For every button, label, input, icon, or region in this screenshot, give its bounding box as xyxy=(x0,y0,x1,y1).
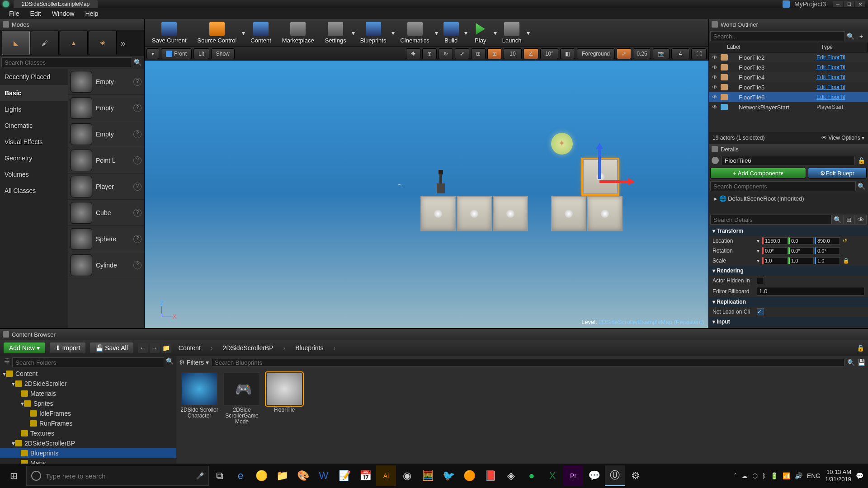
scale-snap-toggle[interactable]: ⤢ xyxy=(617,48,631,59)
maximize-viewport[interactable]: ⛶ xyxy=(691,48,707,59)
play-button[interactable]: Play xyxy=(467,20,494,46)
outliner-row[interactable]: 👁FloorTile3Edit FloorTil xyxy=(709,62,868,72)
asset-item[interactable]: 2DSide Scroller Character xyxy=(180,372,219,427)
placer-item[interactable]: Empty? xyxy=(68,121,144,147)
blueprints-button[interactable]: Blueprints xyxy=(355,20,392,46)
info-icon[interactable]: ? xyxy=(133,235,142,243)
minimize-button[interactable]: ─ xyxy=(833,1,843,7)
dropdown-icon[interactable]: ▾ xyxy=(242,29,245,37)
calculator-icon[interactable]: 🧮 xyxy=(418,465,438,486)
sun-actor[interactable] xyxy=(551,133,573,155)
wifi-icon[interactable]: 📶 xyxy=(783,472,790,479)
actor-type[interactable]: Edit FloorTil xyxy=(816,84,866,90)
outliner-row[interactable]: 👁FloorTile4Edit FloorTil xyxy=(709,72,868,82)
angle-snap-toggle[interactable]: ∠ xyxy=(524,48,538,59)
save-icon[interactable]: 💾 xyxy=(858,359,865,366)
filters-button[interactable]: ⚙ Filters ▾ xyxy=(179,359,209,366)
add-icon[interactable]: + xyxy=(856,31,867,41)
search-assets-input[interactable] xyxy=(212,359,844,366)
save-all-button[interactable]: 💾 Save All xyxy=(90,343,133,353)
task-view-icon[interactable]: ⧉ xyxy=(210,465,230,486)
placer-item[interactable]: Cube? xyxy=(68,200,144,226)
camera-speed-icon[interactable]: 📷 xyxy=(653,48,670,59)
col-label[interactable]: Label xyxy=(724,42,818,52)
visibility-icon[interactable]: 👁 xyxy=(711,74,719,80)
outliner-row[interactable]: 👁FloorTile2Edit FloorTil xyxy=(709,52,868,62)
edge-icon[interactable]: e xyxy=(231,465,250,486)
battery-icon[interactable]: 🔋 xyxy=(770,472,778,479)
maximize-button[interactable]: ☐ xyxy=(844,1,854,7)
info-icon[interactable]: ? xyxy=(133,183,142,191)
actor-type[interactable]: Edit FloorTil xyxy=(816,54,866,61)
cat-cinematic[interactable]: Cinematic xyxy=(0,117,68,134)
hidden-checkbox[interactable] xyxy=(757,277,764,284)
unity-icon[interactable]: ◈ xyxy=(501,465,521,486)
visibility-icon[interactable]: 👁 xyxy=(711,54,719,61)
search-folders-input[interactable] xyxy=(12,357,164,367)
menu-help[interactable]: Help xyxy=(80,9,104,19)
visibility-icon[interactable]: 👁 xyxy=(711,84,719,90)
rotate-tool[interactable]: ↻ xyxy=(439,48,453,59)
lock-icon[interactable]: 🔒 xyxy=(858,157,865,164)
paint-mode-tab[interactable]: 🖌 xyxy=(31,31,59,55)
netload-checkbox[interactable]: ✓ xyxy=(757,308,764,315)
col-type[interactable]: Type xyxy=(818,42,868,52)
details-header[interactable]: Details xyxy=(709,144,868,155)
cinematics-button[interactable]: Cinematics xyxy=(395,20,434,46)
placer-item[interactable]: Player? xyxy=(68,174,144,200)
dropdown-icon[interactable]: ▾ xyxy=(757,248,760,254)
info-icon[interactable]: ? xyxy=(133,78,142,86)
notepad-icon[interactable]: 📝 xyxy=(335,465,354,486)
nav-back[interactable]: ← xyxy=(138,343,148,353)
view-mode-select[interactable]: Front xyxy=(161,48,192,59)
cb-lock-icon[interactable]: 🔒 xyxy=(857,344,864,352)
tray-expand-icon[interactable]: ˄ xyxy=(734,472,737,479)
menu-window[interactable]: Window xyxy=(47,9,80,19)
cat-basic[interactable]: Basic xyxy=(0,85,68,101)
floor-tile[interactable] xyxy=(493,196,528,231)
floor-tile[interactable] xyxy=(457,196,492,231)
add-component-button[interactable]: + Add Component ▾ xyxy=(710,168,806,178)
source-control-button[interactable]: Source Control xyxy=(192,20,242,46)
outliner-row[interactable]: 👁FloorTile5Edit FloorTil xyxy=(709,82,868,92)
breadcrumb-blueprints[interactable]: Blueprints xyxy=(292,344,326,352)
placer-item[interactable]: Empty? xyxy=(68,95,144,121)
launch-button[interactable]: Launch xyxy=(497,20,527,46)
rotation-x[interactable] xyxy=(762,247,788,254)
volume-icon[interactable]: 🔊 xyxy=(795,472,802,479)
dropdown-icon[interactable]: ▾ xyxy=(494,29,497,37)
scale-z[interactable] xyxy=(815,257,840,264)
info-icon[interactable]: ? xyxy=(133,156,142,164)
add-new-button[interactable]: Add New ▾ xyxy=(4,343,45,353)
nav-forward[interactable]: → xyxy=(150,343,160,353)
info-icon[interactable]: ? xyxy=(133,209,142,217)
transform-tool[interactable]: ✥ xyxy=(406,48,420,59)
object-name-input[interactable] xyxy=(722,156,855,165)
section-input[interactable]: ▾ Input xyxy=(709,317,868,327)
placer-item[interactable]: Cylinde? xyxy=(68,252,144,278)
layer-select[interactable]: Foreground xyxy=(577,48,615,59)
unreal-icon[interactable]: Ⓤ xyxy=(605,465,625,486)
tree-node[interactable]: ▾Sprites xyxy=(0,399,176,408)
cat-recently-placed[interactable]: Recently Placed xyxy=(0,69,68,85)
steam-icon[interactable]: ◉ xyxy=(397,465,417,486)
scale-x[interactable] xyxy=(762,257,788,264)
bluetooth-icon[interactable]: ᛒ xyxy=(762,472,766,479)
actor-type[interactable]: Edit FloorTil xyxy=(816,64,866,70)
save-current-button[interactable]: Save Current xyxy=(146,20,192,46)
dropdown-icon[interactable]: ▾ xyxy=(527,29,530,37)
app-icon[interactable]: 📕 xyxy=(480,465,500,486)
landscape-mode-tab[interactable]: ▲ xyxy=(60,31,88,55)
search-icon[interactable]: 🔍 xyxy=(856,181,867,191)
taskbar-search[interactable]: 🎤 xyxy=(26,466,209,486)
info-icon[interactable]: ? xyxy=(133,261,142,269)
scale-y[interactable] xyxy=(788,257,814,264)
tree-node[interactable]: ▾Content xyxy=(0,369,176,379)
placer-item[interactable]: Point L? xyxy=(68,147,144,174)
actor-type[interactable]: Edit FloorTil xyxy=(816,94,866,100)
actor-type[interactable]: Edit FloorTil xyxy=(816,74,866,80)
language-indicator[interactable]: ENG xyxy=(807,472,821,479)
placer-item[interactable]: Empty? xyxy=(68,69,144,95)
paint-icon[interactable]: 🎨 xyxy=(293,465,313,486)
clock[interactable]: 10:13 AM 1/31/2019 xyxy=(825,469,851,483)
